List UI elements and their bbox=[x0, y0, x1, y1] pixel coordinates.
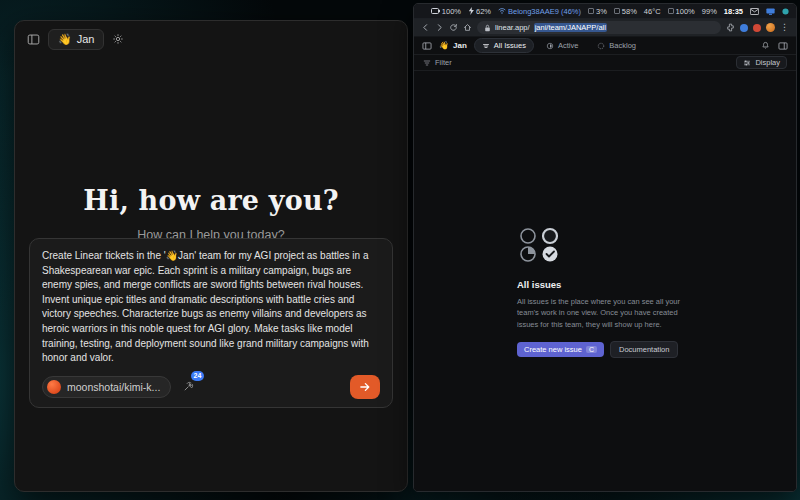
gear-icon[interactable] bbox=[112, 33, 124, 45]
jan-app-window: 👋 Jan Hi, how are you? How can I help yo… bbox=[14, 20, 408, 492]
reload-button[interactable] bbox=[449, 23, 458, 32]
filter-icon bbox=[423, 59, 431, 67]
mail-tray-icon[interactable] bbox=[750, 8, 759, 15]
disk-icon bbox=[668, 8, 674, 14]
create-new-issue-button[interactable]: Create new issue C bbox=[517, 342, 604, 357]
tools-count-badge: 24 bbox=[191, 371, 205, 381]
tab-active[interactable]: Active bbox=[539, 39, 585, 52]
prompt-input[interactable]: Create Linear tickets in the '👋Jan' team… bbox=[42, 249, 380, 366]
wifi-status: Belong38AAE9 (46%) bbox=[498, 7, 581, 16]
tab-all-issues[interactable]: All Issues bbox=[474, 38, 534, 53]
forward-button[interactable] bbox=[435, 23, 444, 32]
browser-window: 100% 62% Belong38AAE9 (46%) 3% 58% 46°C … bbox=[413, 3, 797, 492]
notifications-bell-icon[interactable] bbox=[761, 41, 770, 50]
team-label[interactable]: 👋 Jan bbox=[439, 41, 467, 50]
active-status-icon bbox=[546, 42, 554, 50]
back-button[interactable] bbox=[421, 23, 430, 32]
screen-tray-icon[interactable] bbox=[766, 8, 775, 15]
linear-filter-bar: Filter Display bbox=[414, 55, 796, 71]
clock: 18:35 bbox=[724, 7, 743, 16]
disk-status: 100% bbox=[668, 7, 695, 16]
documentation-button[interactable]: Documentation bbox=[610, 341, 678, 358]
arrow-right-icon bbox=[359, 381, 371, 393]
issue-status-illustration bbox=[517, 226, 569, 264]
send-button[interactable] bbox=[350, 375, 380, 399]
empty-state-actions: Create new issue C Documentation bbox=[517, 341, 693, 358]
charge-status: 62% bbox=[468, 7, 491, 16]
lightning-icon bbox=[468, 7, 474, 15]
browser-menu-icon[interactable]: ⋮ bbox=[780, 23, 789, 32]
url-path: jani/team/JANAPP/all bbox=[534, 23, 607, 32]
all-issues-icon bbox=[482, 42, 490, 50]
memory-icon bbox=[614, 8, 620, 14]
workspace-pill[interactable]: 👋 Jan bbox=[48, 29, 104, 50]
jan-logo-emoji: 👋 bbox=[58, 33, 72, 46]
prompt-input-card: Create Linear tickets in the '👋Jan' team… bbox=[29, 238, 393, 408]
empty-state-title: All issues bbox=[517, 279, 693, 290]
temperature-status: 46°C bbox=[644, 7, 661, 16]
url-domain: linear.app/ bbox=[495, 23, 530, 32]
address-bar[interactable]: linear.app/jani/team/JANAPP/all bbox=[477, 21, 721, 34]
jan-greeting-block: Hi, how are you? How can I help you toda… bbox=[15, 185, 407, 242]
workspace-title: Jan bbox=[77, 33, 95, 45]
linear-header-actions bbox=[761, 41, 788, 51]
prompt-toolbar: moonshotai/kimi-k... 24 bbox=[42, 375, 380, 399]
cpu-status: 3% bbox=[588, 7, 607, 16]
desktop: 👋 Jan Hi, how are you? How can I help yo… bbox=[0, 0, 800, 500]
empty-state-description: All issues is the place where you can se… bbox=[517, 296, 693, 330]
browser-navbar: linear.app/jani/team/JANAPP/all ⋮ bbox=[414, 19, 796, 37]
linear-sidebar-toggle-icon[interactable] bbox=[422, 41, 432, 51]
record-tray-icon[interactable] bbox=[782, 8, 789, 15]
linear-header: 👋 Jan All Issues Active Backlog bbox=[414, 37, 796, 55]
right-panel-icon[interactable] bbox=[778, 41, 788, 51]
team-name: Jan bbox=[453, 41, 467, 50]
wifi-icon bbox=[498, 8, 506, 14]
sidebar-toggle-icon[interactable] bbox=[27, 33, 40, 46]
extensions-puzzle-icon[interactable] bbox=[726, 23, 735, 32]
battery2-status: 99% bbox=[702, 7, 717, 16]
lock-icon bbox=[484, 24, 491, 32]
jan-topbar: 👋 Jan bbox=[15, 21, 407, 57]
cpu-icon bbox=[588, 8, 594, 14]
filter-button[interactable]: Filter bbox=[423, 58, 452, 67]
team-emoji: 👋 bbox=[439, 41, 449, 50]
display-button[interactable]: Display bbox=[736, 56, 787, 69]
linear-main-area: All issues All issues is the place where… bbox=[414, 71, 796, 491]
linear-tabs: All Issues Active Backlog bbox=[474, 38, 643, 53]
tab-backlog[interactable]: Backlog bbox=[590, 39, 643, 52]
tools-icon bbox=[183, 381, 194, 392]
backlog-status-icon bbox=[597, 42, 605, 50]
display-sliders-icon bbox=[743, 59, 751, 67]
model-provider-icon bbox=[47, 380, 61, 394]
model-name: moonshotai/kimi-k... bbox=[67, 381, 160, 393]
model-selector[interactable]: moonshotai/kimi-k... bbox=[42, 376, 171, 398]
create-shortcut-key: C bbox=[586, 346, 597, 353]
home-button[interactable] bbox=[463, 23, 472, 32]
extension-icon-red[interactable] bbox=[753, 24, 761, 32]
memory-status: 58% bbox=[614, 7, 637, 16]
battery-status: 100% bbox=[431, 7, 461, 16]
profile-avatar[interactable] bbox=[766, 23, 775, 32]
system-status-bar: 100% 62% Belong38AAE9 (46%) 3% 58% 46°C … bbox=[414, 4, 796, 19]
battery-icon bbox=[431, 8, 440, 14]
extension-icon-blue[interactable] bbox=[740, 24, 748, 32]
tools-button[interactable]: 24 bbox=[183, 378, 194, 396]
greeting-title: Hi, how are you? bbox=[15, 185, 407, 216]
all-issues-empty-state: All issues All issues is the place where… bbox=[517, 226, 693, 358]
